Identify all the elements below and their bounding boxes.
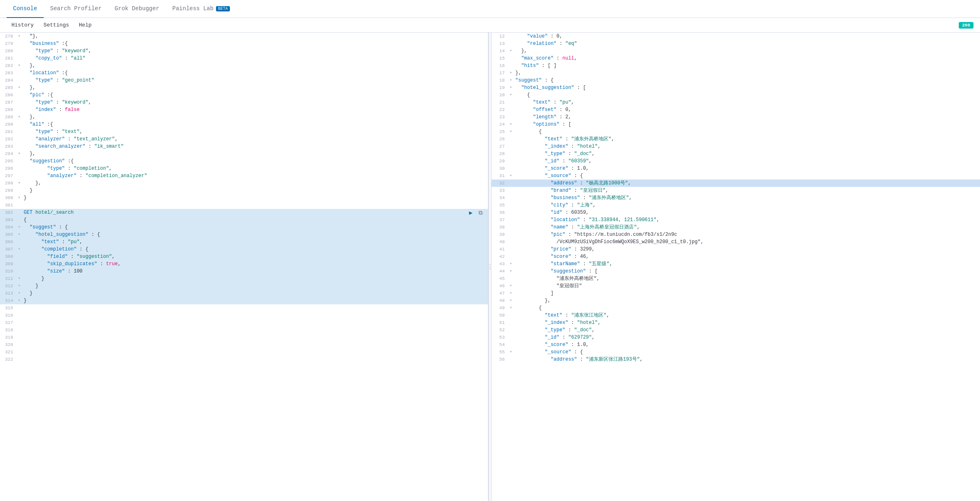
line-number: 281 — [0, 55, 16, 62]
fold-indicator[interactable]: ▾ — [16, 246, 22, 253]
line-number: 290 — [0, 121, 16, 128]
line-content: "pic" :{ — [22, 91, 485, 99]
fold-indicator[interactable]: ▾ — [16, 297, 22, 304]
fold-indicator[interactable]: ▾ — [508, 91, 514, 99]
subnav-history[interactable]: History — [7, 18, 39, 33]
fold-indicator[interactable]: ▾ — [16, 275, 22, 282]
line-content: "max_score" : null, — [514, 55, 977, 62]
panel-divider[interactable]: ⋮ — [488, 33, 492, 501]
tab-console[interactable]: Console — [7, 0, 44, 18]
fold-indicator[interactable]: ▾ — [16, 231, 22, 238]
copy-button[interactable]: ⧉ — [477, 209, 485, 217]
line-number: 12 — [492, 33, 508, 40]
line-content: "hotel_suggestion" : [ — [514, 84, 977, 91]
editor-line: 315 — [0, 304, 488, 312]
line-number: 320 — [0, 341, 16, 348]
fold-indicator[interactable]: ▾ — [508, 282, 514, 290]
line-content: "text" : "浦东张江地区", — [514, 312, 977, 319]
line-content: }, — [22, 180, 485, 187]
line-number: 42 — [492, 253, 508, 260]
editor-line: 306 "text" : "pu", — [0, 238, 488, 246]
run-button[interactable]: ▶ — [467, 209, 475, 217]
editor-line: 314▾} — [0, 297, 488, 304]
output-line: 44▾ "suggestion" : [ — [492, 268, 980, 275]
line-number: 33 — [492, 187, 508, 194]
line-number: 26 — [492, 135, 508, 143]
editor-code-area[interactable]: 278▾ "},279 "business" :{280 "type" : "k… — [0, 33, 488, 501]
line-content: }, — [22, 113, 485, 121]
fold-indicator[interactable]: ▾ — [508, 84, 514, 91]
line-number: 15 — [492, 55, 508, 62]
output-line: 24▾ "options" : [ — [492, 121, 980, 128]
subnav-help[interactable]: Help — [74, 18, 96, 33]
fold-indicator[interactable]: ▾ — [508, 47, 514, 55]
fold-indicator[interactable]: ▾ — [508, 290, 514, 297]
output-line: 23 "length" : 2, — [492, 113, 980, 121]
output-line: 53 "_id" : "629729", — [492, 334, 980, 341]
tab-painless-lab[interactable]: Painless Lab BETA — [166, 0, 236, 18]
line-number: 49 — [492, 304, 508, 312]
output-line: 30 "_score" : 1.0, — [492, 165, 980, 172]
fold-indicator[interactable]: ▾ — [16, 62, 22, 69]
fold-indicator[interactable]: ▾ — [508, 260, 514, 268]
line-content: "_source" : { — [514, 348, 977, 356]
fold-indicator[interactable]: ▾ — [16, 282, 22, 290]
tab-search-profiler-label: Search Profiler — [50, 5, 102, 12]
line-number: 294 — [0, 150, 16, 157]
editor-line: 317 — [0, 319, 488, 326]
fold-indicator[interactable]: ▾ — [16, 290, 22, 297]
line-number: 292 — [0, 135, 16, 143]
tab-search-profiler[interactable]: Search Profiler — [44, 0, 108, 18]
line-number: 284 — [0, 77, 16, 84]
fold-indicator[interactable]: ▾ — [16, 84, 22, 91]
line-number: 38 — [492, 224, 508, 231]
editor-line: 303{ — [0, 216, 488, 224]
main-content: 278▾ "},279 "business" :{280 "type" : "k… — [0, 33, 980, 501]
fold-indicator[interactable]: ▾ — [16, 33, 22, 40]
line-number: 21 — [492, 99, 508, 106]
line-content: "_type" : "_doc", — [514, 326, 977, 334]
output-line: 16 "hits" : [ ] — [492, 62, 980, 69]
line-content: "hits" : [ ] — [514, 62, 977, 69]
output-code-area[interactable]: 12 "value" : 0,13 "relation" : "eq"14▾ }… — [492, 33, 980, 501]
line-content: "皇冠假日" — [514, 282, 977, 290]
line-number: 13 — [492, 40, 508, 47]
editor-line: 322 — [0, 356, 488, 363]
line-number: 45 — [492, 275, 508, 282]
fold-indicator[interactable]: ▾ — [16, 224, 22, 231]
fold-indicator[interactable]: ▾ — [16, 180, 22, 187]
line-content: } — [22, 187, 485, 194]
editor-line: 289▾ }, — [0, 113, 488, 121]
line-number: 304 — [0, 224, 16, 231]
line-content: { — [22, 216, 485, 224]
line-content: "options" : [ — [514, 121, 977, 128]
output-line: 50 "text" : "浦东张江地区", — [492, 312, 980, 319]
output-line: 48▾ }, — [492, 297, 980, 304]
fold-indicator[interactable]: ▾ — [16, 113, 22, 121]
tab-grok-debugger[interactable]: Grok Debugger — [108, 0, 166, 18]
line-content: "suggestion" :{ — [22, 157, 485, 165]
subnav-settings[interactable]: Settings — [39, 18, 74, 33]
fold-indicator[interactable]: ▾ — [508, 69, 514, 77]
line-content: "suggest" : { — [514, 77, 977, 84]
fold-indicator[interactable]: ▾ — [508, 297, 514, 304]
line-number: 308 — [0, 253, 16, 260]
fold-indicator[interactable]: ▾ — [508, 172, 514, 180]
fold-indicator[interactable]: ▾ — [508, 348, 514, 356]
fold-indicator[interactable]: ▾ — [16, 150, 22, 157]
fold-indicator[interactable]: ▾ — [508, 128, 514, 135]
line-number: 309 — [0, 260, 16, 268]
line-content: "all" :{ — [22, 121, 485, 128]
fold-indicator[interactable]: ▾ — [16, 194, 22, 202]
line-content: "analyzer" : "text_anlyzer", — [22, 135, 485, 143]
fold-indicator[interactable]: ▾ — [508, 77, 514, 84]
line-number: 288 — [0, 106, 16, 113]
output-line: 42 "score" : 46, — [492, 253, 980, 260]
fold-indicator[interactable]: ▾ — [508, 268, 514, 275]
line-content: "_index" : "hotel", — [514, 143, 977, 150]
editor-line: 294▾ }, — [0, 150, 488, 157]
fold-indicator[interactable]: ▾ — [508, 304, 514, 312]
editor-line: 307▾ "completion" : { — [0, 246, 488, 253]
line-number: 31 — [492, 172, 508, 180]
fold-indicator[interactable]: ▾ — [508, 121, 514, 128]
